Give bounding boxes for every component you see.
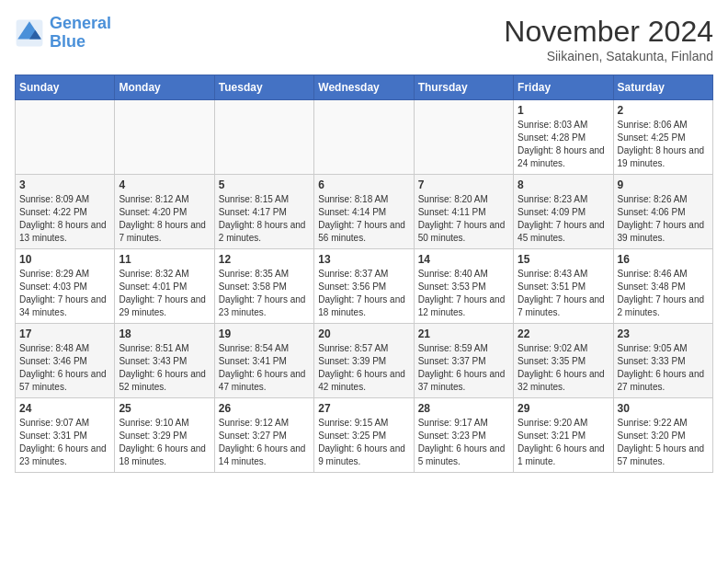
day-number: 25 — [119, 402, 210, 415]
calendar-cell — [314, 100, 414, 175]
calendar-cell: 23Sunrise: 9:05 AM Sunset: 3:33 PM Dayli… — [613, 324, 712, 398]
calendar-cell: 2Sunrise: 8:06 AM Sunset: 4:25 PM Daylig… — [613, 100, 712, 175]
calendar-cell: 13Sunrise: 8:37 AM Sunset: 3:56 PM Dayli… — [314, 249, 414, 324]
calendar-cell: 12Sunrise: 8:35 AM Sunset: 3:58 PM Dayli… — [214, 249, 313, 324]
day-number: 13 — [318, 253, 409, 266]
day-number: 6 — [318, 178, 409, 191]
calendar-cell: 18Sunrise: 8:51 AM Sunset: 3:43 PM Dayli… — [115, 324, 214, 398]
day-number: 23 — [618, 327, 709, 340]
header-day-wednesday: Wednesday — [314, 75, 414, 100]
calendar-cell: 3Sunrise: 8:09 AM Sunset: 4:22 PM Daylig… — [16, 175, 115, 249]
logo-icon — [15, 18, 44, 48]
day-info: Sunrise: 9:05 AM Sunset: 3:33 PM Dayligh… — [618, 342, 709, 394]
header-day-friday: Friday — [514, 75, 613, 100]
calendar-cell: 22Sunrise: 9:02 AM Sunset: 3:35 PM Dayli… — [514, 324, 613, 398]
calendar-cell: 10Sunrise: 8:29 AM Sunset: 4:03 PM Dayli… — [16, 249, 115, 324]
header-day-monday: Monday — [115, 75, 214, 100]
calendar-cell: 6Sunrise: 8:18 AM Sunset: 4:14 PM Daylig… — [314, 175, 414, 249]
day-number: 3 — [19, 178, 110, 191]
calendar-cell — [16, 100, 115, 175]
day-info: Sunrise: 9:07 AM Sunset: 3:31 PM Dayligh… — [19, 417, 110, 468]
day-number: 8 — [518, 178, 609, 191]
day-number: 29 — [518, 402, 609, 415]
calendar-cell: 19Sunrise: 8:54 AM Sunset: 3:41 PM Dayli… — [214, 324, 313, 398]
calendar-cell: 11Sunrise: 8:32 AM Sunset: 4:01 PM Dayli… — [115, 249, 214, 324]
calendar-cell: 1Sunrise: 8:03 AM Sunset: 4:28 PM Daylig… — [514, 100, 613, 175]
calendar-week-4: 17Sunrise: 8:48 AM Sunset: 3:46 PM Dayli… — [16, 324, 713, 398]
day-info: Sunrise: 8:46 AM Sunset: 3:48 PM Dayligh… — [618, 268, 709, 319]
day-info: Sunrise: 8:09 AM Sunset: 4:22 PM Dayligh… — [19, 193, 110, 245]
day-info: Sunrise: 9:22 AM Sunset: 3:20 PM Dayligh… — [618, 417, 709, 468]
day-info: Sunrise: 8:43 AM Sunset: 3:51 PM Dayligh… — [518, 268, 609, 319]
header-day-sunday: Sunday — [16, 75, 115, 100]
day-number: 30 — [618, 402, 709, 415]
calendar-cell: 8Sunrise: 8:23 AM Sunset: 4:09 PM Daylig… — [514, 175, 613, 249]
calendar-body: 1Sunrise: 8:03 AM Sunset: 4:28 PM Daylig… — [16, 100, 713, 473]
header: General Blue November 2024 Siikainen, Sa… — [15, 15, 713, 63]
header-day-saturday: Saturday — [613, 75, 712, 100]
logo-line2: Blue — [50, 32, 85, 51]
calendar-cell: 16Sunrise: 8:46 AM Sunset: 3:48 PM Dayli… — [613, 249, 712, 324]
calendar-cell: 7Sunrise: 8:20 AM Sunset: 4:11 PM Daylig… — [414, 175, 513, 249]
day-info: Sunrise: 8:54 AM Sunset: 3:41 PM Dayligh… — [219, 342, 310, 394]
day-info: Sunrise: 9:17 AM Sunset: 3:23 PM Dayligh… — [418, 417, 509, 468]
day-info: Sunrise: 8:48 AM Sunset: 3:46 PM Dayligh… — [19, 342, 110, 394]
calendar-header-row: SundayMondayTuesdayWednesdayThursdayFrid… — [16, 75, 713, 100]
day-info: Sunrise: 9:02 AM Sunset: 3:35 PM Dayligh… — [518, 342, 609, 394]
day-number: 20 — [318, 327, 409, 340]
calendar-cell: 5Sunrise: 8:15 AM Sunset: 4:17 PM Daylig… — [214, 175, 313, 249]
calendar-cell: 9Sunrise: 8:26 AM Sunset: 4:06 PM Daylig… — [613, 175, 712, 249]
calendar-cell: 28Sunrise: 9:17 AM Sunset: 3:23 PM Dayli… — [414, 398, 513, 473]
day-info: Sunrise: 8:59 AM Sunset: 3:37 PM Dayligh… — [418, 342, 509, 394]
day-number: 2 — [618, 104, 709, 117]
day-number: 1 — [518, 104, 609, 117]
day-info: Sunrise: 8:23 AM Sunset: 4:09 PM Dayligh… — [518, 193, 609, 245]
calendar-cell — [115, 100, 214, 175]
day-number: 28 — [418, 402, 509, 415]
day-info: Sunrise: 8:29 AM Sunset: 4:03 PM Dayligh… — [19, 268, 110, 319]
day-number: 27 — [318, 402, 409, 415]
logo-text: General Blue — [50, 15, 111, 52]
calendar-cell: 21Sunrise: 8:59 AM Sunset: 3:37 PM Dayli… — [414, 324, 513, 398]
day-info: Sunrise: 8:35 AM Sunset: 3:58 PM Dayligh… — [219, 268, 310, 319]
day-info: Sunrise: 8:32 AM Sunset: 4:01 PM Dayligh… — [119, 268, 210, 319]
day-number: 19 — [219, 327, 310, 340]
day-info: Sunrise: 8:57 AM Sunset: 3:39 PM Dayligh… — [318, 342, 409, 394]
day-number: 17 — [19, 327, 110, 340]
day-info: Sunrise: 8:12 AM Sunset: 4:20 PM Dayligh… — [119, 193, 210, 245]
day-number: 21 — [418, 327, 509, 340]
calendar-cell — [414, 100, 513, 175]
calendar-cell: 30Sunrise: 9:22 AM Sunset: 3:20 PM Dayli… — [613, 398, 712, 473]
day-number: 5 — [219, 178, 310, 191]
calendar-week-3: 10Sunrise: 8:29 AM Sunset: 4:03 PM Dayli… — [16, 249, 713, 324]
calendar-cell: 15Sunrise: 8:43 AM Sunset: 3:51 PM Dayli… — [514, 249, 613, 324]
day-info: Sunrise: 8:03 AM Sunset: 4:28 PM Dayligh… — [518, 119, 609, 170]
calendar-cell: 27Sunrise: 9:15 AM Sunset: 3:25 PM Dayli… — [314, 398, 414, 473]
calendar-week-1: 1Sunrise: 8:03 AM Sunset: 4:28 PM Daylig… — [16, 100, 713, 175]
logo: General Blue — [15, 15, 111, 52]
day-number: 9 — [618, 178, 709, 191]
day-number: 11 — [119, 253, 210, 266]
day-info: Sunrise: 9:12 AM Sunset: 3:27 PM Dayligh… — [219, 417, 310, 468]
day-info: Sunrise: 8:40 AM Sunset: 3:53 PM Dayligh… — [418, 268, 509, 319]
title-area: November 2024 Siikainen, Satakunta, Finl… — [504, 15, 713, 63]
day-info: Sunrise: 9:20 AM Sunset: 3:21 PM Dayligh… — [518, 417, 609, 468]
calendar-cell: 24Sunrise: 9:07 AM Sunset: 3:31 PM Dayli… — [16, 398, 115, 473]
calendar-cell: 14Sunrise: 8:40 AM Sunset: 3:53 PM Dayli… — [414, 249, 513, 324]
day-info: Sunrise: 8:51 AM Sunset: 3:43 PM Dayligh… — [119, 342, 210, 394]
calendar-week-5: 24Sunrise: 9:07 AM Sunset: 3:31 PM Dayli… — [16, 398, 713, 473]
day-info: Sunrise: 8:20 AM Sunset: 4:11 PM Dayligh… — [418, 193, 509, 245]
day-number: 22 — [518, 327, 609, 340]
day-number: 15 — [518, 253, 609, 266]
calendar-cell — [214, 100, 313, 175]
header-day-tuesday: Tuesday — [214, 75, 313, 100]
day-info: Sunrise: 9:10 AM Sunset: 3:29 PM Dayligh… — [119, 417, 210, 468]
day-number: 26 — [219, 402, 310, 415]
day-number: 7 — [418, 178, 509, 191]
day-number: 14 — [418, 253, 509, 266]
calendar-cell: 29Sunrise: 9:20 AM Sunset: 3:21 PM Dayli… — [514, 398, 613, 473]
day-number: 10 — [19, 253, 110, 266]
day-number: 4 — [119, 178, 210, 191]
calendar-week-2: 3Sunrise: 8:09 AM Sunset: 4:22 PM Daylig… — [16, 175, 713, 249]
header-day-thursday: Thursday — [414, 75, 513, 100]
